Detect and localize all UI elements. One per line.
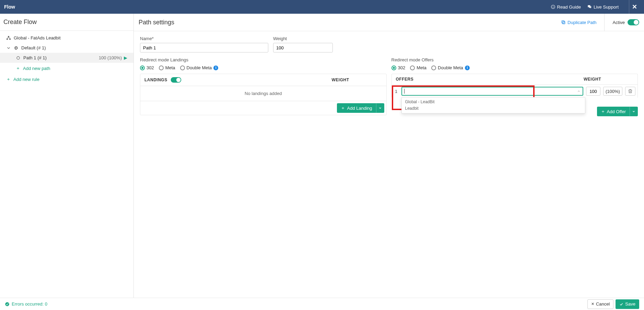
landings-toggle[interactable] xyxy=(171,77,181,83)
radio-off-icon xyxy=(16,56,21,60)
landings-section: Redirect mode Landings 302 Meta Double M… xyxy=(140,57,387,115)
active-toggle[interactable] xyxy=(628,19,639,25)
chevron-down-icon xyxy=(378,106,382,110)
svg-rect-4 xyxy=(7,38,8,39)
add-path-label: Add new path xyxy=(23,66,50,71)
offers-radio-meta[interactable]: Meta xyxy=(410,65,426,70)
offers-redirect-label: Redirect mode Offers xyxy=(391,57,638,62)
weight-field-wrap: Weight xyxy=(273,36,333,52)
top-bar: Flow Read Guide Live Support ✕ xyxy=(0,0,644,14)
add-landing-label: Add Landing xyxy=(347,106,372,111)
add-path-row[interactable]: ＋ Add new path xyxy=(0,63,133,74)
footer-actions: ✕ Cancel Save xyxy=(587,299,639,309)
radio-label: Meta xyxy=(417,65,426,70)
svg-rect-1 xyxy=(553,6,553,6)
offers-col-weight: WEIGHT xyxy=(584,77,633,82)
live-support-link[interactable]: Live Support xyxy=(587,4,619,10)
chevron-down-icon xyxy=(632,110,635,113)
svg-rect-2 xyxy=(553,7,553,8)
error-status-label: Errors occurred: 0 xyxy=(12,301,47,307)
add-offer-dropdown[interactable] xyxy=(630,107,638,116)
add-landing-dropdown[interactable] xyxy=(376,103,384,113)
group-row[interactable]: Default (# 1) xyxy=(0,43,133,53)
chat-icon xyxy=(587,4,592,9)
name-input[interactable] xyxy=(140,43,268,52)
weight-label: Weight xyxy=(273,36,333,41)
add-landing-button[interactable]: ＋ Add Landing xyxy=(337,103,376,113)
cancel-label: Cancel xyxy=(596,301,610,307)
name-label: Name* xyxy=(140,36,268,41)
path-row[interactable]: Path 1 (# 1) 100 (100%) ▶ xyxy=(0,53,133,63)
offers-radio-double-meta[interactable]: Double Metai xyxy=(431,65,470,70)
offers-col-title: OFFERS xyxy=(396,77,414,82)
campaign-row[interactable]: Global - FatAds Leadbit xyxy=(0,33,133,43)
trash-icon xyxy=(628,89,633,94)
copy-icon xyxy=(561,20,566,25)
text-cursor xyxy=(404,89,405,94)
left-panel-title: Create Flow xyxy=(0,14,133,31)
landings-col-title: LANDINGS xyxy=(144,78,167,82)
svg-rect-8 xyxy=(562,21,564,23)
offer-select[interactable] xyxy=(401,87,584,96)
read-guide-link[interactable]: Read Guide xyxy=(551,4,581,10)
add-offer-label: Add Offer xyxy=(607,109,626,114)
info-icon[interactable]: i xyxy=(465,65,470,70)
svg-rect-7 xyxy=(563,22,565,24)
chevron-up-icon xyxy=(577,90,581,93)
check-icon xyxy=(619,302,623,306)
radio-label: 302 xyxy=(398,65,406,70)
duplicate-path-button[interactable]: Duplicate Path xyxy=(561,14,605,31)
offers-section: Redirect mode Offers 302 Meta Double Met… xyxy=(391,57,638,116)
landings-redirect-label: Redirect mode Landings xyxy=(140,57,387,62)
landings-col-weight: WEIGHT xyxy=(332,78,382,82)
delete-offer-button[interactable] xyxy=(625,87,635,96)
offer-dropdown-item[interactable]: Leadbit xyxy=(402,105,585,112)
radio-label: Double Meta xyxy=(187,65,212,70)
path-weight-label: 100 (100%) xyxy=(99,55,122,60)
offer-row-wrap: 1 (100%) xyxy=(392,85,638,98)
landings-radio-302[interactable]: 302 xyxy=(140,65,154,70)
name-weight-row: Name* Weight xyxy=(140,36,638,52)
landings-table: LANDINGS WEIGHT No landings added ＋ Add … xyxy=(140,74,387,115)
offer-dropdown-item[interactable]: Global - LeadBit xyxy=(402,99,585,105)
offer-dropdown: Global - LeadBit Leadbit xyxy=(401,97,586,114)
svg-rect-5 xyxy=(9,38,11,39)
close-button[interactable]: ✕ xyxy=(629,0,640,14)
offer-weight-input[interactable] xyxy=(586,87,600,96)
path-weight: 100 (100%) ▶ xyxy=(99,55,127,60)
plus-icon: ＋ xyxy=(16,65,20,71)
campaign-label: Global - FatAds Leadbit xyxy=(14,35,61,40)
right-header: Path settings Duplicate Path Active xyxy=(134,14,644,31)
save-label: Save xyxy=(625,301,635,307)
svg-point-6 xyxy=(17,56,20,59)
add-offer-button[interactable]: ＋ Add Offer xyxy=(597,107,630,116)
right-panel-title: Path settings xyxy=(139,19,174,26)
path-label: Path 1 (# 1) xyxy=(23,55,47,60)
plus-icon: ＋ xyxy=(601,108,605,115)
save-button[interactable]: Save xyxy=(616,299,639,309)
path-settings-body: Name* Weight Redirect mode Landings 302 … xyxy=(134,31,644,120)
weight-input[interactable] xyxy=(273,43,333,52)
offers-table: OFFERS WEIGHT 1 xyxy=(391,74,638,98)
read-guide-label: Read Guide xyxy=(557,4,581,10)
landings-radio-meta[interactable]: Meta xyxy=(159,65,175,70)
svg-rect-3 xyxy=(8,36,9,37)
offer-percent: (100%) xyxy=(603,87,622,96)
radio-label: 302 xyxy=(147,65,154,70)
radio-label: Double Meta xyxy=(438,65,463,70)
flow-tree: Global - FatAds Leadbit Default (# 1) Pa… xyxy=(0,31,133,87)
error-status: Errors occurred: 0 xyxy=(5,301,47,307)
offers-radio-302[interactable]: 302 xyxy=(391,65,406,70)
app-title: Flow xyxy=(4,4,15,10)
chevron-down-icon xyxy=(6,46,11,50)
add-rule-row[interactable]: ＋ Add new rule xyxy=(0,74,133,85)
landings-empty: No landings added xyxy=(140,86,386,101)
info-icon[interactable]: i xyxy=(213,65,218,70)
right-panel: Path settings Duplicate Path Active Name… xyxy=(134,14,644,298)
name-field-wrap: Name* xyxy=(140,36,268,52)
landings-radio-double-meta[interactable]: Double Metai xyxy=(180,65,219,70)
sections: Redirect mode Landings 302 Meta Double M… xyxy=(140,57,638,116)
check-circle-icon xyxy=(5,302,10,307)
cancel-button[interactable]: ✕ Cancel xyxy=(587,299,613,309)
close-icon: ✕ xyxy=(591,302,594,306)
